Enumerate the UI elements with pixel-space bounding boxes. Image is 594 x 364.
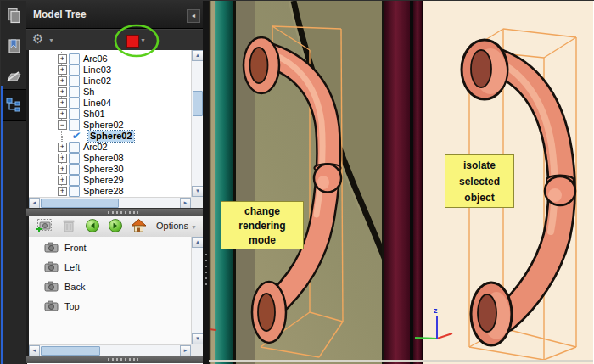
swatch-caret-icon[interactable]: ▼ — [140, 37, 146, 43]
tree-item-label[interactable]: Sh01 — [83, 109, 105, 120]
next-view-button[interactable] — [108, 218, 123, 233]
window-bottom-edge — [209, 360, 593, 362]
visibility-checkbox[interactable] — [69, 98, 80, 109]
signatures-icon[interactable] — [6, 70, 22, 86]
visibility-checkbox[interactable] — [69, 186, 80, 197]
expand-icon[interactable]: + — [58, 109, 67, 119]
home-view-button[interactable] — [131, 218, 147, 233]
bookmarks-icon[interactable] — [6, 38, 22, 54]
scroll-down-button[interactable]: ▼ — [192, 186, 204, 197]
model-tree-list: + Arc06 + Line03 + Line02 + Sh + Line04 … — [29, 50, 191, 197]
expand-icon[interactable]: + — [58, 65, 67, 75]
tree-item-label[interactable]: Sphere08 — [83, 153, 124, 164]
tree-row: + Arc02 — [29, 142, 191, 153]
scroll-thumb[interactable] — [41, 346, 100, 356]
panel-title: Model Tree — [33, 8, 87, 20]
axis-z-label: z — [434, 306, 438, 315]
views-hscrollbar[interactable]: ◄ ► — [29, 344, 191, 356]
views-list: Front Left Back Top — [29, 237, 191, 344]
tree-row-selected: ✔ Sphere02 — [29, 131, 191, 142]
tree-row: − Sphere02 — [29, 120, 191, 131]
tree-item-label[interactable]: Sh — [83, 87, 94, 98]
visibility-checkbox[interactable] — [69, 175, 80, 186]
teal-door-edge — [215, 1, 233, 364]
note-change-rendering-mode: change rendering mode — [221, 201, 304, 249]
scroll-up-button[interactable]: ▲ — [192, 237, 204, 248]
expand-icon[interactable]: + — [58, 87, 67, 97]
splitter-grip — [205, 254, 207, 288]
view-label: Front — [64, 243, 87, 253]
tree-hscrollbar[interactable]: ◄ ► — [29, 197, 191, 209]
tree-item-label[interactable]: Sphere02 — [83, 120, 124, 131]
tree-vscrollbar[interactable]: ▲ ▼ — [191, 50, 204, 197]
tree-item-label[interactable]: Line04 — [83, 98, 111, 109]
options-caret-icon: ▼ — [191, 224, 197, 230]
delete-view-button[interactable] — [62, 218, 76, 233]
view-item[interactable]: Front — [29, 239, 191, 256]
visibility-checkbox[interactable] — [69, 87, 80, 98]
scroll-down-button[interactable]: ▼ — [192, 333, 204, 344]
expand-icon[interactable]: + — [58, 98, 67, 108]
tree-row: + Arc06 — [29, 53, 191, 64]
visibility-checkbox[interactable] — [69, 53, 80, 64]
tree-item-label[interactable]: Arc02 — [83, 142, 108, 153]
view-label: Left — [64, 262, 80, 272]
expand-icon[interactable]: + — [58, 76, 67, 86]
splitter-grip — [108, 358, 138, 361]
tree-row: + Sh — [29, 87, 191, 98]
create-view-button[interactable] — [36, 218, 53, 233]
maroon-door-post-edge — [413, 1, 422, 364]
visibility-checkbox[interactable] — [69, 142, 80, 153]
expand-icon[interactable]: + — [58, 165, 67, 174]
bottom-splitter[interactable] — [26, 356, 203, 363]
visibility-checkbox[interactable] — [69, 64, 80, 76]
tree-item-label[interactable]: Arc06 — [83, 53, 108, 64]
axis-x-green — [415, 338, 437, 339]
visibility-checkbox[interactable] — [69, 153, 80, 164]
tree-row: + Sphere28 — [29, 186, 191, 197]
expand-icon[interactable]: + — [58, 187, 67, 196]
expand-icon[interactable]: + — [58, 54, 67, 64]
scroll-up-button[interactable]: ▲ — [192, 50, 204, 61]
camera-icon — [44, 242, 59, 253]
scroll-thumb[interactable] — [41, 199, 119, 208]
expand-icon[interactable]: + — [58, 143, 67, 152]
scroll-corner — [191, 344, 203, 356]
check-icon[interactable]: ✔ — [71, 130, 81, 142]
tree-item-label[interactable]: Line03 — [83, 64, 111, 76]
model-tree-toolbar: ⚙ ▼ ▼ — [26, 29, 203, 52]
tree-item-label[interactable]: Sphere30 — [83, 164, 124, 175]
gear-icon[interactable]: ⚙ — [32, 31, 43, 47]
view-item[interactable]: Top — [29, 298, 191, 315]
panel-vertical-splitter[interactable] — [203, 1, 209, 364]
model-tree-pane-button[interactable] — [2, 89, 26, 121]
options-menu[interactable]: Options ▼ — [156, 221, 197, 231]
visibility-checkbox[interactable] — [69, 109, 80, 120]
color-swatch-button[interactable] — [126, 35, 139, 48]
view-item[interactable]: Back — [29, 278, 191, 295]
collapse-panel-button[interactable]: ◄ — [187, 9, 200, 23]
views-vscrollbar[interactable]: ▲ ▼ — [191, 237, 204, 344]
3d-view-full-scene[interactable] — [209, 1, 410, 364]
camera-icon — [44, 261, 59, 272]
scroll-thumb[interactable] — [193, 91, 203, 116]
expand-icon[interactable]: + — [58, 176, 67, 185]
tree-item-label[interactable]: Sphere29 — [83, 175, 124, 186]
camera-icon — [44, 281, 59, 292]
gear-caret-icon[interactable]: ▼ — [48, 37, 54, 43]
pages-icon[interactable] — [6, 8, 22, 24]
camera-icon — [44, 300, 59, 311]
collapse-icon[interactable]: − — [58, 120, 67, 130]
view-label: Top — [64, 301, 80, 311]
view-item[interactable]: Left — [29, 259, 191, 276]
visibility-checkbox[interactable] — [69, 76, 80, 87]
previous-view-button[interactable] — [85, 218, 100, 233]
tree-item-label[interactable]: Sphere28 — [83, 186, 124, 197]
tree-row: + Sphere29 — [29, 175, 191, 186]
tree-item-label[interactable]: Line02 — [83, 76, 111, 87]
expand-icon[interactable]: + — [58, 154, 67, 163]
tree-row: + Line03 — [29, 64, 191, 76]
visibility-checkbox[interactable] — [69, 164, 80, 175]
tree-item-label-selected[interactable]: Sphere02 — [88, 131, 134, 142]
sidebar-accent-line — [1, 86, 3, 364]
